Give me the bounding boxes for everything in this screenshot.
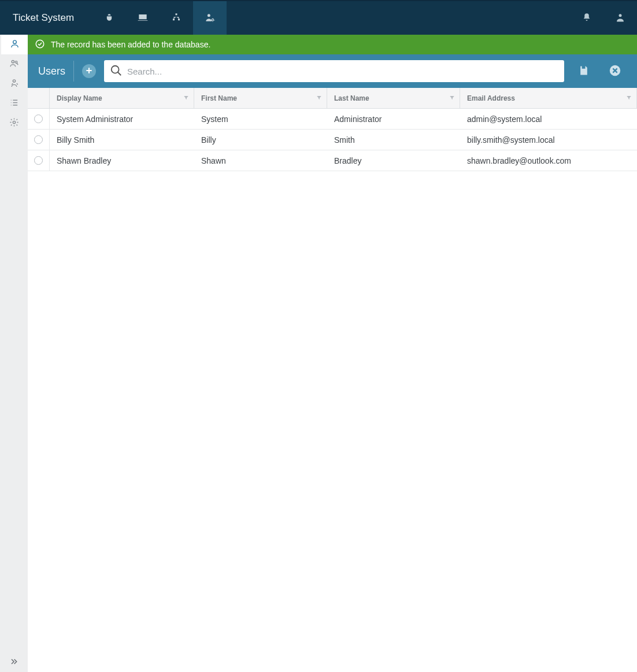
col-first-name[interactable]: First Name	[194, 88, 327, 108]
list-icon	[9, 98, 19, 109]
top-nav: Ticket System	[0, 1, 637, 35]
sidebar-item-roles[interactable]	[0, 74, 28, 94]
cell-first: Billy	[194, 135, 327, 145]
banner-message: The record has been added to the databas…	[51, 40, 210, 49]
svg-point-6	[13, 80, 15, 82]
cell-email: admin@system.local	[460, 115, 637, 124]
account-button[interactable]	[603, 1, 637, 35]
cell-first: Shawn	[194, 156, 327, 165]
cell-email: billy.smith@system.local	[460, 135, 637, 145]
save-button[interactable]	[572, 60, 595, 83]
cell-display: System Administrator	[50, 115, 194, 124]
users-table: Display Name First Name Last Name Email …	[28, 88, 637, 672]
nav-bugs[interactable]	[92, 1, 126, 35]
search-icon	[110, 64, 123, 79]
plus-icon	[84, 66, 94, 77]
table-row[interactable]: Shawn BradleyShawnBradleyshawn.bradley@o…	[28, 150, 637, 171]
col-last-name[interactable]: Last Name	[327, 88, 460, 108]
row-select-radio[interactable]	[34, 115, 43, 123]
col-email[interactable]: Email Address	[460, 88, 637, 108]
table-body: System AdministratorSystemAdministratora…	[28, 109, 637, 171]
org-icon	[171, 12, 182, 24]
users-icon	[9, 58, 19, 70]
main-content: The record has been added to the databas…	[28, 35, 637, 672]
cancel-button[interactable]	[603, 60, 627, 83]
search-input[interactable]	[127, 67, 558, 76]
cell-email: shawn.bradley@outlook.com	[460, 156, 637, 165]
svg-point-2	[619, 14, 622, 17]
svg-point-9	[112, 65, 119, 73]
cell-last: Bradley	[327, 156, 460, 165]
sidebar-item-user[interactable]	[0, 35, 28, 54]
col-display-name[interactable]: Display Name	[50, 88, 194, 108]
sidebar-item-list[interactable]	[0, 94, 28, 113]
cell-display: Billy Smith	[50, 135, 194, 145]
divider	[73, 61, 74, 82]
user-icon	[10, 39, 20, 50]
filter-icon[interactable]	[183, 94, 189, 102]
svg-point-8	[36, 40, 44, 48]
sidebar	[0, 35, 28, 672]
filter-icon[interactable]	[316, 94, 322, 102]
filter-icon[interactable]	[626, 94, 632, 102]
account-icon	[614, 12, 626, 25]
gear-icon	[9, 117, 19, 129]
user-gear-icon	[204, 12, 216, 25]
row-select-radio[interactable]	[34, 156, 43, 165]
sidebar-item-groups[interactable]	[0, 54, 28, 74]
nav-user-admin[interactable]	[193, 1, 227, 35]
row-select-radio[interactable]	[34, 135, 43, 144]
close-circle-icon	[609, 64, 621, 79]
save-icon	[578, 65, 590, 78]
svg-point-0	[208, 14, 210, 17]
laptop-icon	[137, 12, 149, 25]
sidebar-expand[interactable]	[0, 652, 28, 672]
table-row[interactable]: System AdministratorSystemAdministratora…	[28, 109, 637, 130]
cell-last: Smith	[327, 135, 460, 145]
success-banner: The record has been added to the databas…	[28, 35, 637, 54]
svg-point-3	[13, 40, 16, 44]
nav-devices[interactable]	[126, 1, 160, 35]
filter-icon[interactable]	[449, 94, 455, 102]
svg-point-4	[12, 61, 14, 63]
add-button[interactable]	[82, 64, 96, 78]
svg-point-5	[15, 61, 17, 64]
search-box[interactable]	[104, 60, 564, 82]
table-row[interactable]: Billy SmithBillySmithbilly.smith@system.…	[28, 130, 637, 150]
check-circle-icon	[35, 39, 45, 51]
chevron-double-right-icon	[9, 657, 18, 668]
user-badge-icon	[9, 78, 19, 90]
bug-icon	[103, 12, 115, 25]
svg-point-1	[212, 19, 213, 20]
cell-display: Shawn Bradley	[50, 156, 194, 165]
brand-title: Ticket System	[0, 12, 87, 24]
table-header: Display Name First Name Last Name Email …	[28, 88, 637, 109]
svg-point-7	[13, 121, 15, 123]
toolbar: Users	[28, 54, 637, 88]
sidebar-item-settings[interactable]	[0, 113, 28, 133]
nav-org[interactable]	[160, 1, 193, 35]
cell-first: System	[194, 115, 327, 124]
notifications-button[interactable]	[570, 1, 603, 35]
cell-last: Administrator	[327, 115, 460, 124]
page-title: Users	[38, 65, 65, 77]
bell-icon	[582, 12, 592, 24]
